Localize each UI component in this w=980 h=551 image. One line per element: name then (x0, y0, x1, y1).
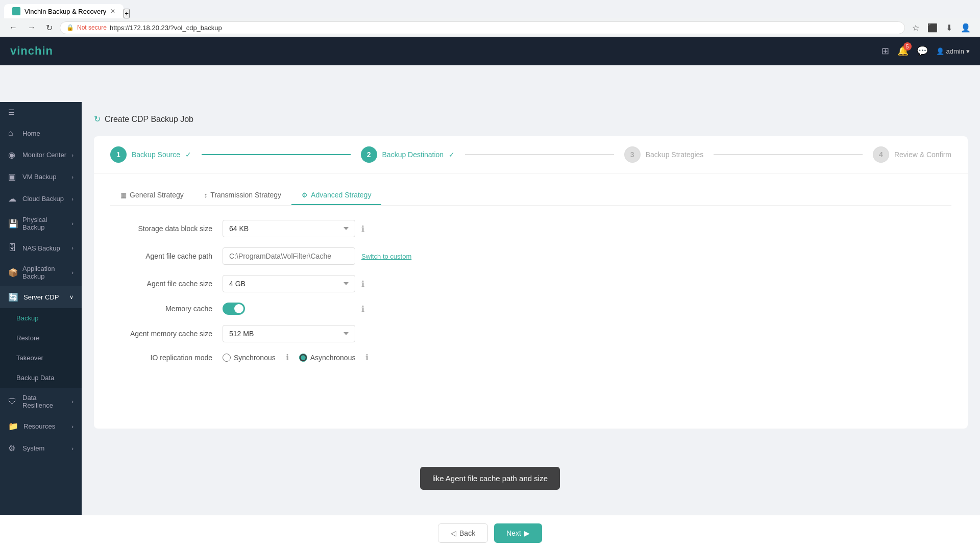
block-size-control: 64 KB 16 KB 32 KB 128 KB 256 KB (223, 220, 355, 237)
next-button[interactable]: Next ▶ (494, 523, 542, 543)
sidebar-label-cdp: Server CDP (23, 293, 59, 301)
grid-icon[interactable]: ⊞ (881, 45, 889, 57)
monitor-icon: ◉ (8, 150, 17, 160)
sidebar-label-app: Application Backup (22, 265, 66, 280)
resources-icon: 📁 (8, 421, 18, 431)
switch-to-custom-link[interactable]: Switch to custom (361, 252, 411, 260)
radio-synchronous[interactable]: Synchronous (223, 354, 276, 362)
resilience-icon: 🛡 (8, 397, 17, 406)
vm-icon: ▣ (8, 172, 17, 182)
refresh-icon[interactable]: ↻ (94, 114, 101, 124)
top-nav: vinchin ⊞ 🔔 5 💬 👤 admin ▾ (0, 37, 980, 65)
tab-title: Vinchin Backup & Recovery (24, 8, 106, 15)
sidebar-item-nas-backup[interactable]: 🗄 NAS Backup › (0, 237, 82, 259)
tab-close-btn[interactable]: ✕ (110, 8, 115, 15)
memory-cache-hint-icon[interactable]: ℹ (361, 304, 364, 314)
step-circle-4: 4 (873, 146, 889, 163)
tooltip-text: like Agent file cache path and size (432, 474, 548, 483)
cloud-icon: ☁ (8, 194, 17, 204)
profile-btn[interactable]: 👤 (958, 21, 974, 35)
step-circle-1: 1 (110, 146, 127, 163)
sidebar-item-server-cdp[interactable]: 🔄 Server CDP ∨ (0, 286, 82, 308)
tab-general-strategy[interactable]: ▦ General Strategy (110, 186, 194, 205)
sidebar-item-physical-backup[interactable]: 💾 Physical Backup › (0, 210, 82, 237)
tooltip-overlay: like Agent file cache path and size (420, 467, 560, 490)
logo: vinchin (10, 44, 53, 58)
sidebar-submenu-backup[interactable]: Backup (0, 308, 82, 328)
block-size-hint-icon[interactable]: ℹ (361, 224, 364, 234)
nas-icon: 🗄 (8, 243, 17, 253)
card: ▦ General Strategy ↕ Transmission Strate… (94, 173, 968, 429)
cache-path-input[interactable] (223, 247, 355, 265)
sidebar-item-system[interactable]: ⚙ System › (0, 437, 82, 459)
step-2: 2 Backup Destination ✓ (361, 146, 455, 163)
download-btn[interactable]: ⬇ (943, 21, 955, 35)
sidebar-item-cloud-backup[interactable]: ☁ Cloud Backup › (0, 188, 82, 210)
page-title: Create CDP Backup Job (105, 115, 193, 124)
browser-tab[interactable]: Vinchin Backup & Recovery ✕ (4, 4, 124, 18)
sidebar-label-monitor: Monitor Center (22, 151, 66, 159)
sidebar-label-home: Home (22, 130, 40, 137)
app-icon: 📦 (8, 268, 17, 278)
sidebar-submenu-takeover[interactable]: Takeover (0, 348, 82, 368)
tab-transmission-strategy[interactable]: ↕ Transmission Strategy (194, 186, 291, 205)
chat-icon[interactable]: 💬 (917, 45, 928, 57)
cache-size-hint-icon[interactable]: ℹ (361, 279, 364, 289)
sidebar-item-monitor[interactable]: ◉ Monitor Center › (0, 144, 82, 166)
back-button[interactable]: ◁ Back (438, 523, 488, 543)
sidebar-label-resources: Resources (23, 422, 55, 430)
radio-async-input[interactable] (299, 354, 307, 362)
async-hint-icon[interactable]: ℹ (365, 353, 369, 362)
io-mode-control: Synchronous ℹ Asynchronous ℹ (223, 353, 427, 362)
form-row-io-mode: IO replication mode Synchronous ℹ Asynch… (110, 353, 951, 362)
memory-cache-label: Memory cache (110, 305, 223, 313)
sidebar-toggle[interactable]: ☰ (0, 102, 82, 122)
sidebar-item-data-resilience[interactable]: 🛡 Data Resilience › (0, 388, 82, 415)
block-size-select[interactable]: 64 KB 16 KB 32 KB 128 KB 256 KB (223, 220, 355, 237)
radio-group-io: Synchronous ℹ Asynchronous ℹ (223, 353, 427, 362)
memory-cache-toggle[interactable] (223, 303, 245, 315)
bookmark-btn[interactable]: ☆ (909, 21, 922, 35)
next-label: Next (506, 529, 521, 537)
new-tab-btn[interactable]: + (124, 9, 130, 18)
cache-size-control: 4 GB 1 GB 2 GB 8 GB 16 GB (223, 275, 355, 292)
sidebar-item-app-backup[interactable]: 📦 Application Backup › (0, 259, 82, 286)
sidebar-submenu-cdp: Backup Restore Takeover Backup Data (0, 308, 82, 388)
sidebar-item-vm-backup[interactable]: ▣ VM Backup › (0, 166, 82, 188)
step-divider-3 (714, 154, 863, 155)
extensions-btn[interactable]: ⬛ (924, 21, 941, 35)
tab-advanced-strategy[interactable]: ⚙ Advanced Strategy (291, 186, 381, 205)
address-bar[interactable]: 🔒 Not secure https://172.18.20.23/?vol_c… (60, 21, 905, 34)
tab-advanced-label: Advanced Strategy (311, 191, 371, 199)
back-nav-btn[interactable]: ← (6, 21, 20, 34)
cache-size-select[interactable]: 4 GB 1 GB 2 GB 8 GB 16 GB (223, 275, 355, 292)
cache-size-label: Agent file cache size (110, 280, 223, 288)
back-label: Back (459, 529, 475, 537)
block-size-label: Storage data block size (110, 224, 223, 233)
user-info[interactable]: 👤 admin ▾ (936, 47, 970, 55)
cache-path-label: Agent file cache path (110, 252, 223, 260)
sidebar-submenu-backup-data[interactable]: Backup Data (0, 368, 82, 388)
step-label-2: Backup Destination (382, 151, 444, 159)
radio-sync-input[interactable] (223, 354, 231, 362)
io-mode-label: IO replication mode (110, 354, 223, 362)
radio-asynchronous[interactable]: Asynchronous (299, 354, 356, 362)
sidebar-label-cloud: Cloud Backup (22, 195, 64, 203)
forward-nav-btn[interactable]: → (24, 21, 39, 34)
sidebar-label-resilience: Data Resilience (22, 394, 66, 409)
chevron-right-icon-9: › (71, 445, 74, 452)
sidebar-submenu-restore[interactable]: Restore (0, 328, 82, 348)
memory-cache-size-select[interactable]: 512 MB 256 MB 1 GB 2 GB (223, 325, 355, 342)
sidebar-label-vm: VM Backup (22, 173, 56, 181)
step-check-1: ✓ (185, 151, 191, 159)
sidebar-item-home[interactable]: ⌂ Home (0, 122, 82, 144)
notification-icon[interactable]: 🔔 5 (897, 45, 909, 57)
browser-toolbar: ← → ↻ 🔒 Not secure https://172.18.20.23/… (0, 18, 980, 37)
home-icon: ⌂ (8, 129, 17, 138)
sidebar-item-resources[interactable]: 📁 Resources › (0, 415, 82, 437)
radio-sync-label: Synchronous (234, 354, 276, 362)
step-divider-2 (465, 154, 614, 155)
sync-hint-icon[interactable]: ℹ (286, 353, 289, 362)
reload-btn[interactable]: ↻ (43, 21, 56, 35)
system-icon: ⚙ (8, 443, 17, 453)
